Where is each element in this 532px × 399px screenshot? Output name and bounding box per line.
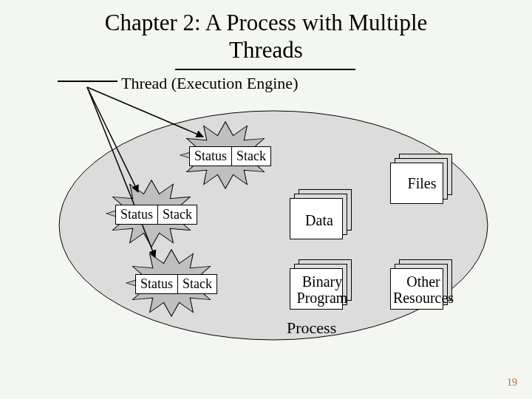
binary-label: Binary Program — [289, 273, 355, 306]
stack-cell: Stack — [157, 205, 197, 225]
stack-cell: Stack — [231, 146, 271, 166]
files-label: Files — [400, 175, 444, 192]
status-cell: Status — [115, 205, 158, 225]
page-number: 19 — [507, 377, 517, 389]
other-label-text: Other Resources — [393, 273, 454, 306]
process-label: Process — [287, 318, 336, 338]
thread-box-2: Status Stack — [115, 205, 197, 225]
diagram-svg — [0, 0, 532, 399]
thread-box-1: Status Stack — [189, 146, 271, 166]
slide: Chapter 2: A Process with Multiple Threa… — [0, 0, 532, 399]
binary-label-text: Binary Program — [297, 273, 348, 306]
status-cell: Status — [135, 274, 178, 294]
status-cell: Status — [189, 146, 232, 166]
data-label: Data — [297, 212, 341, 229]
thread-box-3: Status Stack — [135, 274, 217, 294]
other-label: Other Resources — [386, 273, 460, 306]
stack-cell: Stack — [177, 274, 217, 294]
